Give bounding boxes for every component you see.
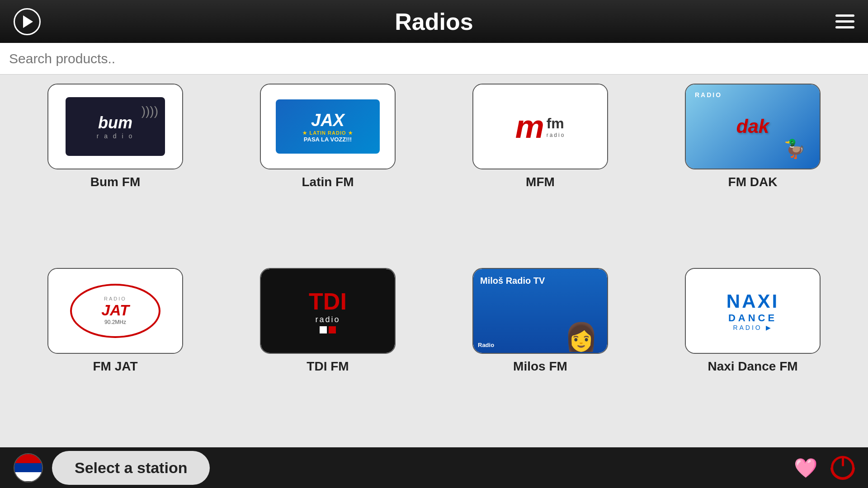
station-card-tdi-fm[interactable]: TDI radio TDI FM: [240, 268, 416, 439]
station-name-fm-jat: FM JAT: [93, 359, 137, 374]
station-name-mfm: MFM: [526, 175, 555, 189]
hamburger-line-1: [835, 14, 854, 17]
play-button[interactable]: [14, 8, 41, 35]
bottom-bar: Select a station 🩷: [0, 447, 868, 488]
select-station-button[interactable]: Select a station: [52, 451, 210, 485]
station-name-milos-fm: Milos FM: [513, 359, 567, 374]
station-logo-milos-fm: Miloš Radio TV Radio 👩: [472, 268, 608, 354]
station-card-naxi-dance-fm[interactable]: NAXI DANCE RADIO ▶ Naxi Dance FM: [665, 268, 841, 439]
tdi-square-2: [329, 326, 336, 333]
station-name-latin-fm: Latin FM: [302, 175, 354, 189]
station-logo-naxi-dance-fm: NAXI DANCE RADIO ▶: [685, 268, 821, 354]
station-logo-fm-jat: RADIO JAT 90.2MHz: [47, 268, 183, 354]
station-name-tdi-fm: TDI FM: [307, 359, 349, 374]
station-logo-bum-fm: )))) bum r a d i o: [47, 84, 183, 169]
tdi-square-1: [320, 326, 327, 333]
station-name-bum-fm: Bum FM: [90, 175, 140, 189]
station-name-naxi-dance-fm: Naxi Dance FM: [708, 359, 797, 374]
station-card-fm-dak[interactable]: RADIO dak 🦆 FM DAK: [665, 84, 841, 254]
power-button[interactable]: [831, 456, 854, 479]
station-logo-tdi-fm: TDI radio: [260, 268, 396, 354]
station-name-fm-dak: FM DAK: [728, 175, 778, 189]
flag-white-stripe: [14, 472, 42, 481]
station-card-mfm[interactable]: m fm radio MFM: [452, 84, 628, 254]
flag-red-stripe: [14, 454, 42, 463]
app-header: Radios: [0, 0, 868, 43]
station-card-fm-jat[interactable]: RADIO JAT 90.2MHz FM JAT: [27, 268, 203, 439]
station-grid: )))) bum r a d i o Bum FM JAX ★ LATIN RA…: [0, 75, 868, 447]
favorites-heart-icon[interactable]: 🩷: [794, 457, 817, 479]
station-logo-latin-fm: JAX ★ LATIN RADIO ★ PASA LA VOZZ!!!: [260, 84, 396, 169]
serbia-flag-icon[interactable]: [14, 453, 43, 483]
menu-button[interactable]: [835, 14, 854, 28]
station-logo-mfm: m fm radio: [472, 84, 608, 169]
station-card-milos-fm[interactable]: Miloš Radio TV Radio 👩 Milos FM: [452, 268, 628, 439]
bottom-right-controls: 🩷: [794, 456, 854, 479]
search-bar: [0, 43, 868, 75]
milos-person-icon: 👩: [564, 321, 598, 353]
hamburger-line-3: [835, 26, 854, 28]
search-input[interactable]: [9, 51, 859, 66]
station-card-latin-fm[interactable]: JAX ★ LATIN RADIO ★ PASA LA VOZZ!!! Lati…: [240, 84, 416, 254]
bum-waves-icon: )))): [142, 104, 158, 118]
hamburger-line-2: [835, 20, 854, 23]
flag-blue-stripe: [14, 463, 42, 472]
station-card-bum-fm[interactable]: )))) bum r a d i o Bum FM: [27, 84, 203, 254]
station-logo-fm-dak: RADIO dak 🦆: [685, 84, 821, 169]
duck-icon: 🦆: [783, 138, 806, 160]
page-title: Radios: [395, 8, 473, 35]
